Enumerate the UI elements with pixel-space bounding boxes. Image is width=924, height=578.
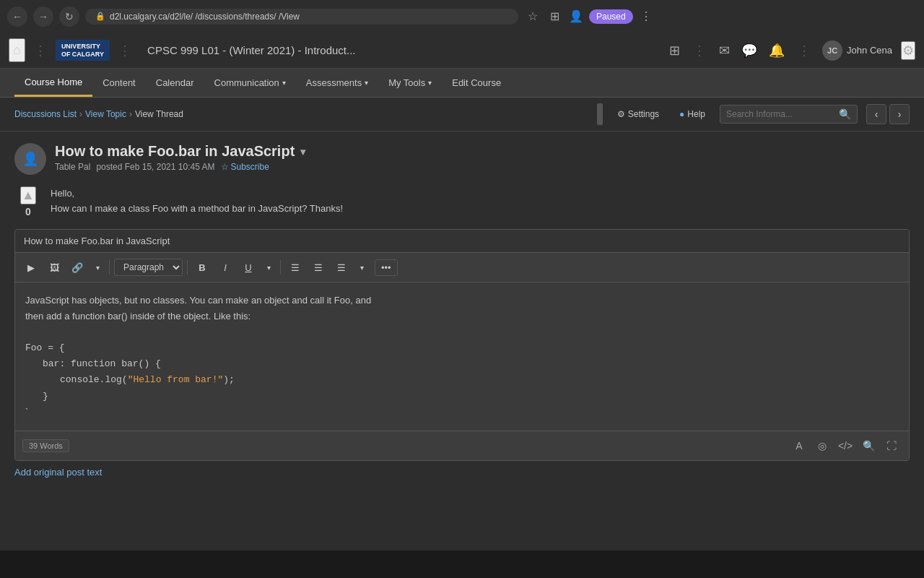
insert-dropdown-arrow[interactable]: ▾ [90, 257, 105, 277]
post-line2: How can I make a class Foo with a method… [51, 202, 907, 217]
settings-toolbar-btn[interactable]: ⚙ Settings [611, 106, 665, 122]
insert-link-btn[interactable]: 🔗 [67, 257, 87, 277]
nav-content[interactable]: Content [92, 69, 146, 97]
search-input[interactable] [726, 109, 834, 119]
paused-button[interactable]: Paused [589, 9, 633, 24]
editor-line1: JavaScript has objects, but no classes. … [25, 293, 899, 309]
breadcrumb-bar: Discussions List › View Topic › View Thr… [0, 98, 924, 131]
star-icon: ☆ [221, 162, 229, 172]
breadcrumb-view-thread: View Thread [135, 109, 183, 119]
find-replace-btn[interactable]: 🔍 [858, 436, 879, 456]
nav-assessments[interactable]: Assessments ▾ [296, 69, 378, 97]
icons-divider: ⋮ [693, 43, 706, 59]
thread-posted: posted Feb 15, 2021 10:45 AM [96, 162, 214, 172]
chat-button[interactable]: 💬 [740, 41, 759, 60]
address-bar[interactable]: 🔒 d2l.ucalgary.ca/d2l/le/ /discussions/t… [85, 9, 518, 25]
breadcrumb-sep-2: › [129, 109, 132, 119]
nav-edit-course[interactable]: Edit Course [442, 69, 511, 97]
home-button[interactable]: ⌂ [9, 38, 25, 62]
paragraph-style-select[interactable]: Paragraph [114, 259, 183, 276]
top-navbar: ⌂ ⋮ UNIVERSITYOF CALGARY ⋮ CPSC 999 L01 … [0, 33, 924, 69]
code-line2: bar: function bar() { [43, 356, 899, 372]
grid-icon-button[interactable]: ⊞ [668, 41, 681, 60]
icons-divider-2: ⋮ [798, 43, 811, 59]
url-text: d2l.ucalgary.ca/d2l/le/ /discussions/thr… [110, 12, 300, 22]
editor-footer-right: A ◎ </> 🔍 ⛶ [789, 436, 902, 456]
content-area[interactable]: Discussions List › View Topic › View Thr… [0, 98, 924, 551]
code-string: "Hello from bar!" [128, 374, 224, 385]
browser-chrome: ← → ↻ 🔒 d2l.ucalgary.ca/d2l/le/ /discuss… [0, 0, 924, 33]
breadcrumb-discussions-list[interactable]: Discussions List [14, 109, 77, 119]
nav-icons: ⊞ ⋮ ✉ 💬 🔔 ⋮ JC John Cena ⚙ [668, 40, 915, 61]
accessibility-btn[interactable]: ◎ [812, 436, 832, 456]
nav-divider: ⋮ [34, 43, 47, 59]
thread-title-dropdown-icon[interactable]: ▾ [300, 146, 305, 158]
list-dropdown-arrow[interactable]: ▾ [354, 257, 369, 277]
bell-button[interactable]: 🔔 [767, 41, 786, 60]
nav-course-home[interactable]: Course Home [14, 69, 92, 97]
vertical-divider [597, 103, 603, 125]
fullscreen-btn[interactable]: ⛶ [881, 436, 902, 456]
breadcrumb-sep-1: › [79, 109, 82, 119]
editor-content[interactable]: JavaScript has objects, but no classes. … [15, 282, 909, 431]
course-nav: Course Home Content Calendar Communicati… [0, 69, 924, 98]
underline-btn[interactable]: U [238, 257, 258, 277]
main-content: 👤 How to make Foo.bar in JavaScript ▾ Ta… [0, 131, 924, 495]
toolbar-separator-2 [187, 260, 188, 275]
editor-footer: 39 Words A ◎ </> 🔍 ⛶ [15, 431, 909, 460]
browser-actions: ☆ ⊞ 👤 Paused ⋮ [524, 8, 655, 25]
code-line1: Foo = { [25, 340, 899, 356]
vote-up-button[interactable]: ▲ [20, 186, 36, 204]
course-title: CPSC 999 L01 - (Winter 2021) - Introduct… [147, 44, 655, 56]
forward-button[interactable]: → [33, 7, 53, 27]
ucalgary-logo[interactable]: UNIVERSITYOF CALGARY [56, 40, 110, 61]
add-original-post[interactable]: Add original post text [14, 461, 910, 483]
back-button[interactable]: ← [7, 7, 27, 27]
search-icon[interactable]: 🔍 [839, 108, 851, 120]
insert-video-btn[interactable]: ▶ [21, 257, 41, 277]
reload-button[interactable]: ↻ [59, 7, 79, 27]
assessments-dropdown-arrow: ▾ [365, 79, 368, 87]
menu-button[interactable]: ⋮ [637, 8, 655, 25]
subscribe-button[interactable]: ☆ Subscribe [221, 162, 269, 172]
nav-communication[interactable]: Communication ▾ [204, 69, 296, 97]
nav-calendar[interactable]: Calendar [146, 69, 204, 97]
thread-header: 👤 How to make Foo.bar in JavaScript ▾ Ta… [14, 143, 910, 175]
settings-button[interactable]: ⚙ [901, 41, 915, 60]
next-thread-button[interactable]: › [889, 104, 910, 124]
unordered-list-btn[interactable]: ☰ [308, 257, 328, 277]
vote-section: ▲ 0 [17, 186, 39, 217]
reply-box: How to make Foo.bar in JavaScript ▶ 🖼 🔗 … [14, 229, 910, 461]
search-box[interactable]: 🔍 [720, 105, 858, 124]
format-dropdown-arrow[interactable]: ▾ [261, 257, 276, 277]
code-view-btn[interactable]: </> [835, 436, 855, 456]
bookmark-button[interactable]: ☆ [524, 8, 541, 25]
prev-thread-button[interactable]: ‹ [866, 104, 886, 124]
editor-toolbar: ▶ 🖼 🔗 ▾ Paragraph B I U ▾ ☰ ☰ ☰ ▾ ••• [15, 253, 909, 282]
indent-btn[interactable]: ☰ [331, 257, 352, 277]
avatar-icon: 👤 [22, 151, 38, 167]
code-backtick: ` [25, 405, 899, 420]
profile-button[interactable]: 👤 [567, 8, 585, 25]
breadcrumb-view-topic[interactable]: View Topic [85, 109, 126, 119]
bold-btn[interactable]: B [192, 257, 212, 277]
help-toolbar-btn[interactable]: ● Help [674, 106, 711, 122]
nav-my-tools[interactable]: My Tools ▾ [378, 69, 442, 97]
italic-btn[interactable]: I [215, 257, 235, 277]
extensions-button[interactable]: ⊞ [546, 8, 563, 25]
communication-dropdown-arrow: ▾ [282, 79, 286, 87]
vote-count: 0 [25, 206, 31, 217]
mail-button[interactable]: ✉ [718, 41, 731, 60]
thread-title: How to make Foo.bar in JavaScript ▾ [55, 143, 910, 160]
logo-text: UNIVERSITYOF CALGARY [61, 43, 104, 59]
nav-divider-2: ⋮ [118, 43, 131, 59]
ordered-list-btn[interactable]: ☰ [285, 257, 305, 277]
user-profile[interactable]: JC John Cena [822, 40, 892, 61]
post-content: Hello, How can I make a class Foo with a… [51, 186, 907, 217]
thread-author: Table Pal [55, 162, 90, 172]
user-avatar: JC [822, 40, 842, 61]
insert-image-btn[interactable]: 🖼 [44, 257, 64, 277]
spell-check-btn[interactable]: A [789, 436, 809, 456]
more-options-btn[interactable]: ••• [375, 259, 398, 276]
editor-line2: then add a function bar() inside of the … [25, 309, 899, 324]
